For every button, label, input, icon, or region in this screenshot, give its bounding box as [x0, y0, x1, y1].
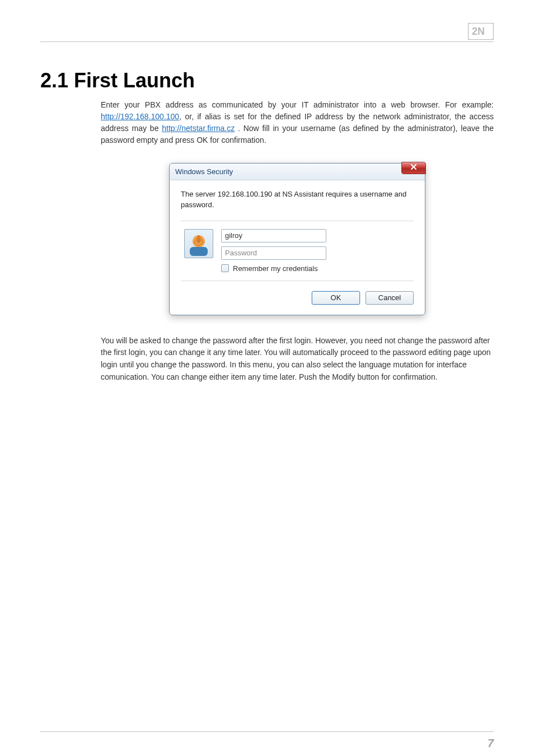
dialog-body: The server 192.168.100.190 at NS Assista… [170, 180, 425, 315]
dialog-prompt: The server 192.168.100.190 at NS Assista… [181, 189, 414, 211]
ok-button[interactable]: OK [312, 291, 360, 305]
page-header: 2N [40, 25, 494, 46]
example-ip-link[interactable]: http://192.168.100.100 [101, 112, 179, 121]
example-alias-link[interactable]: http://netstar.firma.cz [162, 124, 235, 133]
remember-credentials-row[interactable]: Remember my credentials [221, 264, 326, 273]
page-content: 2N 2.1 First Launch Enter your PBX addre… [0, 0, 534, 383]
username-field[interactable]: gilroy [221, 229, 326, 242]
content-body: Enter your PBX address as communicated b… [101, 99, 494, 383]
page-number: 7 [488, 737, 494, 750]
close-icon [410, 163, 418, 173]
password-placeholder: Password [225, 249, 257, 257]
follow-up-paragraph: You will be asked to change the password… [101, 335, 494, 384]
header-divider [40, 25, 494, 42]
remember-label: Remember my credentials [233, 264, 318, 273]
intro-paragraph: Enter your PBX address as communicated b… [101, 99, 494, 146]
page-footer: 7 [40, 731, 494, 732]
close-button[interactable] [401, 162, 426, 174]
remember-checkbox[interactable] [221, 264, 229, 272]
svg-rect-3 [190, 247, 208, 256]
intro-text-1: Enter your PBX address as communicated b… [101, 100, 494, 109]
svg-text:2N: 2N [472, 26, 485, 37]
dialog-figure: Windows Security The server 192.168.100.… [169, 163, 425, 315]
user-avatar-icon [184, 229, 213, 258]
credential-fields: gilroy Password Remember my credentials [221, 229, 326, 273]
cancel-button[interactable]: Cancel [366, 291, 414, 305]
dialog-titlebar: Windows Security [170, 164, 425, 180]
page-title: 2.1 First Launch [40, 69, 494, 92]
cancel-label: Cancel [378, 293, 401, 302]
footer-divider [40, 731, 494, 732]
brand-logo: 2N [468, 23, 494, 40]
windows-security-dialog: Windows Security The server 192.168.100.… [169, 163, 425, 315]
dialog-footer: OK Cancel [181, 291, 414, 305]
password-field[interactable]: Password [221, 246, 326, 260]
username-value: gilroy [225, 231, 242, 240]
credentials-block: gilroy Password Remember my credentials [181, 221, 414, 281]
dialog-title: Windows Security [175, 167, 233, 176]
ok-label: OK [331, 293, 341, 302]
